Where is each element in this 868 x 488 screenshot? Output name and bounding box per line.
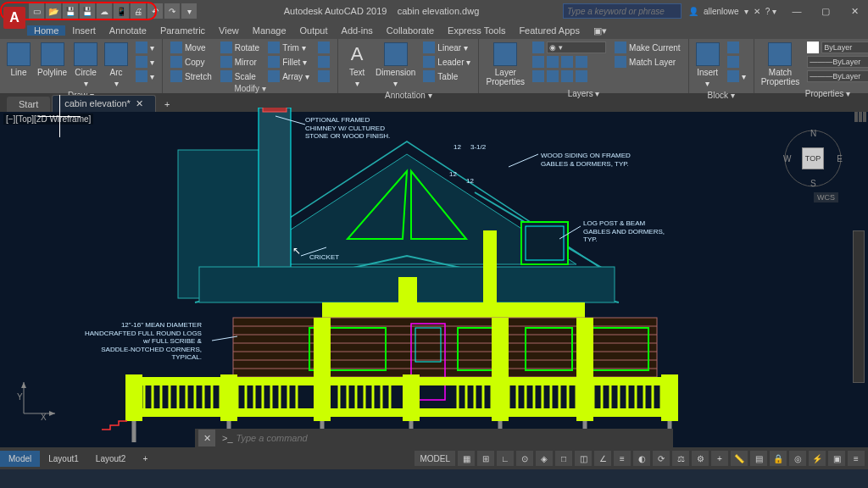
group-label[interactable]: Layers ▾ — [484, 88, 682, 99]
web-icon[interactable]: ☁ — [97, 3, 112, 19]
block-attr[interactable]: ▾ — [725, 69, 748, 83]
exchange-icon[interactable]: ✕ — [754, 7, 760, 16]
rect-button[interactable]: ▾ — [133, 41, 157, 54]
tab-more-icon[interactable]: ▣▾ — [587, 25, 614, 36]
lineweight-toggle[interactable]: ≡ — [614, 451, 631, 466]
lock-ui-toggle[interactable]: 🔒 — [770, 451, 787, 466]
cmd-close-button[interactable]: ✕ — [198, 430, 215, 446]
layer-props-button[interactable]: Layer Properties — [484, 41, 526, 88]
tab-express[interactable]: Express Tools — [441, 25, 512, 36]
start-tab[interactable]: Start — [7, 97, 50, 112]
viewcube-top[interactable]: TOP — [802, 147, 824, 169]
customize-button[interactable]: ≡ — [848, 451, 865, 466]
otrack-toggle[interactable]: ∠ — [594, 451, 611, 466]
undo-icon[interactable]: ↶ — [147, 3, 163, 19]
linear-button[interactable]: Linear ▾ — [420, 41, 473, 54]
mobile-icon[interactable]: 📱 — [114, 3, 129, 19]
mirror-button[interactable]: Mirror — [218, 55, 262, 69]
open-icon[interactable]: 📂 — [46, 3, 61, 19]
quickprops-toggle[interactable]: ▤ — [750, 451, 767, 466]
ellipse-button[interactable]: ▾ — [133, 55, 157, 69]
navbar[interactable] — [853, 230, 865, 383]
tab-addins[interactable]: Add-ins — [335, 25, 380, 36]
hatch-button[interactable]: ▾ — [133, 69, 157, 83]
move-button[interactable]: Move — [168, 41, 214, 54]
command-line[interactable]: ✕ >_ — [195, 429, 673, 447]
cycling-toggle[interactable]: ⟳ — [653, 451, 670, 466]
group-label[interactable]: Block ▾ — [694, 90, 748, 101]
search-input[interactable] — [563, 3, 682, 19]
stretch-button[interactable]: Stretch — [168, 69, 214, 83]
linetype-combo[interactable]: ——— ByLayer — [804, 69, 868, 83]
polyline-button[interactable]: Polyline — [36, 41, 69, 79]
help-icon[interactable]: ? ▾ — [765, 7, 776, 16]
viewport[interactable]: [−][Top][2D Wireframe] — [0, 112, 868, 447]
user-area[interactable]: 👤 allenlowe ▾ ✕ ? ▾ — [682, 7, 783, 16]
explode-button[interactable] — [315, 55, 332, 69]
rotate-button[interactable]: Rotate — [218, 41, 262, 54]
saveas-icon[interactable]: 💾 — [80, 3, 95, 19]
group-label[interactable]: Annotation ▾ — [343, 90, 473, 101]
add-layout-button[interactable]: + — [134, 451, 156, 467]
command-input[interactable] — [236, 433, 673, 443]
layer-tools1[interactable] — [530, 55, 609, 69]
layer-tools2[interactable] — [530, 69, 609, 83]
text-button[interactable]: AText▾ — [343, 41, 370, 90]
arc-button[interactable]: Arc▾ — [103, 41, 130, 90]
grid-toggle[interactable]: ▦ — [458, 451, 475, 466]
layout2-tab[interactable]: Layout2 — [87, 451, 135, 467]
isolate-toggle[interactable]: ◎ — [789, 451, 806, 466]
layout1-tab[interactable]: Layout1 — [40, 451, 87, 467]
lineweight-combo[interactable]: ——— ByLayer — [804, 55, 868, 69]
model-toggle[interactable]: MODEL — [415, 451, 455, 466]
tab-featured[interactable]: Featured Apps — [512, 25, 587, 36]
tab-output[interactable]: Output — [293, 25, 335, 36]
offset-button[interactable] — [315, 69, 332, 83]
tab-parametric[interactable]: Parametric — [153, 25, 212, 36]
maximize-button[interactable]: ▢ — [812, 3, 839, 19]
tab-collaborate[interactable]: Collaborate — [380, 25, 441, 36]
scale-button[interactable]: Scale — [218, 69, 262, 83]
wcs-label[interactable]: WCS — [814, 192, 838, 202]
hardware-toggle[interactable]: ⚡ — [809, 451, 826, 466]
block-create[interactable] — [725, 41, 748, 54]
dimension-button[interactable]: Dimension▾ — [374, 41, 417, 90]
trim-button[interactable]: Trim ▾ — [265, 41, 312, 54]
group-label[interactable]: Modify ▾ — [168, 83, 332, 94]
minimize-button[interactable]: — — [783, 3, 810, 19]
match-layer-button[interactable]: Match Layer — [612, 55, 683, 69]
app-logo[interactable]: A — [3, 7, 25, 29]
isodraft-toggle[interactable]: ◈ — [536, 451, 553, 466]
array-button[interactable]: Array ▾ — [265, 69, 312, 83]
annotation-monitor[interactable]: + — [711, 451, 728, 466]
close-button[interactable]: ✕ — [841, 3, 868, 19]
plot-icon[interactable]: 🖨 — [131, 3, 146, 19]
circle-button[interactable]: Circle▾ — [72, 41, 99, 90]
line-button[interactable]: Line — [5, 41, 32, 79]
viewcube[interactable]: TOP N S E W — [783, 129, 843, 188]
tab-view[interactable]: View — [212, 25, 246, 36]
make-current-button[interactable]: Make Current — [612, 41, 683, 54]
save-icon[interactable]: 💾 — [63, 3, 78, 19]
ortho-toggle[interactable]: ∟ — [497, 451, 514, 466]
annotation-scale[interactable]: ⚖ — [672, 451, 689, 466]
polar-toggle[interactable]: ⊙ — [516, 451, 533, 466]
qat-dropdown-icon[interactable]: ▾ — [181, 3, 197, 19]
block-edit[interactable] — [725, 55, 748, 69]
viewport-controls[interactable] — [854, 112, 868, 124]
workspace-toggle[interactable]: ⚙ — [692, 451, 709, 466]
leader-button[interactable]: Leader ▾ — [420, 55, 473, 69]
fillet-button[interactable]: Fillet ▾ — [265, 55, 312, 69]
tab-annotate[interactable]: Annotate — [103, 25, 153, 36]
group-label[interactable]: Properties ▾ — [760, 88, 868, 99]
redo-icon[interactable]: ↷ — [164, 3, 180, 19]
transparency-toggle[interactable]: ◐ — [633, 451, 650, 466]
color-combo[interactable]: ByLayer — [804, 41, 868, 54]
new-icon[interactable]: ▭ — [29, 3, 44, 19]
model-tab[interactable]: Model — [0, 451, 40, 467]
table-button[interactable]: Table — [420, 69, 473, 83]
3dosnap-toggle[interactable]: ◫ — [575, 451, 592, 466]
tab-insert[interactable]: Insert — [65, 25, 103, 36]
copy-button[interactable]: Copy — [168, 55, 214, 69]
layer-combo[interactable]: ◉ ▾ — [530, 41, 609, 54]
